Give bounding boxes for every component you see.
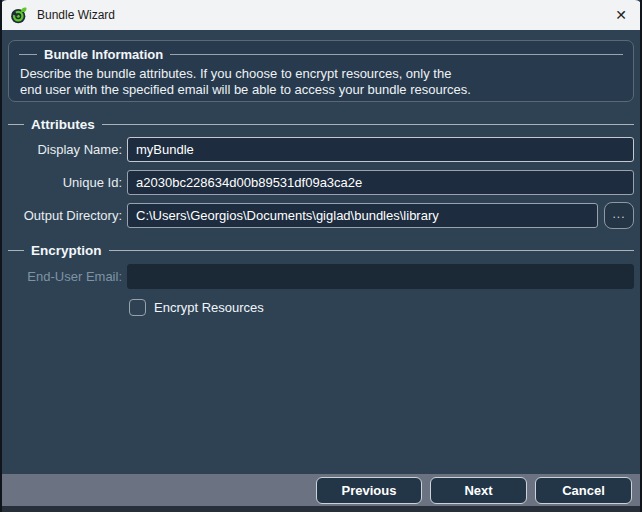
display-name-label: Display Name:: [0, 142, 122, 157]
groupbox-header: Bundle Information: [19, 47, 623, 62]
description-line-1: Describe the bundle attributes. If you c…: [20, 66, 471, 82]
end-user-email-label: End-User Email:: [0, 269, 122, 284]
encrypt-resources-label: Encrypt Resources: [154, 300, 264, 315]
encrypt-resources-checkbox[interactable]: [129, 299, 146, 316]
output-directory-input[interactable]: [127, 203, 598, 228]
unique-id-input[interactable]: [127, 170, 634, 195]
description-line-2: end user with the specified email will b…: [20, 82, 471, 98]
unique-id-label: Unique Id:: [0, 175, 122, 190]
close-icon: ✕: [615, 7, 627, 23]
encrypt-resources-row: Encrypt Resources: [129, 299, 264, 316]
window-title: Bundle Wizard: [37, 8, 115, 22]
groupbox-description: Describe the bundle attributes. If you c…: [20, 66, 471, 98]
browse-button[interactable]: ...: [604, 202, 634, 229]
bundle-information-groupbox: Bundle Information Describe the bundle a…: [8, 40, 634, 102]
ellipsis-icon: ...: [612, 207, 625, 221]
divider: [8, 124, 24, 125]
divider: [170, 54, 623, 55]
section-title-attributes: Attributes: [24, 117, 102, 132]
divider: [19, 54, 37, 55]
divider: [8, 250, 24, 251]
app-logo-icon: [10, 6, 28, 24]
close-button[interactable]: ✕: [600, 0, 642, 30]
display-name-input[interactable]: [127, 137, 634, 162]
groupbox-title: Bundle Information: [37, 47, 170, 62]
attributes-section-header: Attributes: [8, 116, 634, 132]
titlebar: Bundle Wizard ✕: [0, 0, 642, 30]
encryption-section-header: Encryption: [8, 242, 634, 258]
end-user-email-input[interactable]: [127, 264, 634, 289]
window-bottom-edge: [0, 506, 642, 512]
divider: [109, 250, 634, 251]
output-directory-label: Output Directory:: [0, 208, 122, 223]
cancel-button[interactable]: Cancel: [535, 477, 632, 504]
previous-button[interactable]: Previous: [316, 477, 422, 504]
divider: [102, 124, 634, 125]
next-button[interactable]: Next: [430, 477, 527, 504]
section-title-encryption: Encryption: [24, 243, 109, 258]
dialog-button-bar: Previous Next Cancel: [0, 474, 642, 506]
